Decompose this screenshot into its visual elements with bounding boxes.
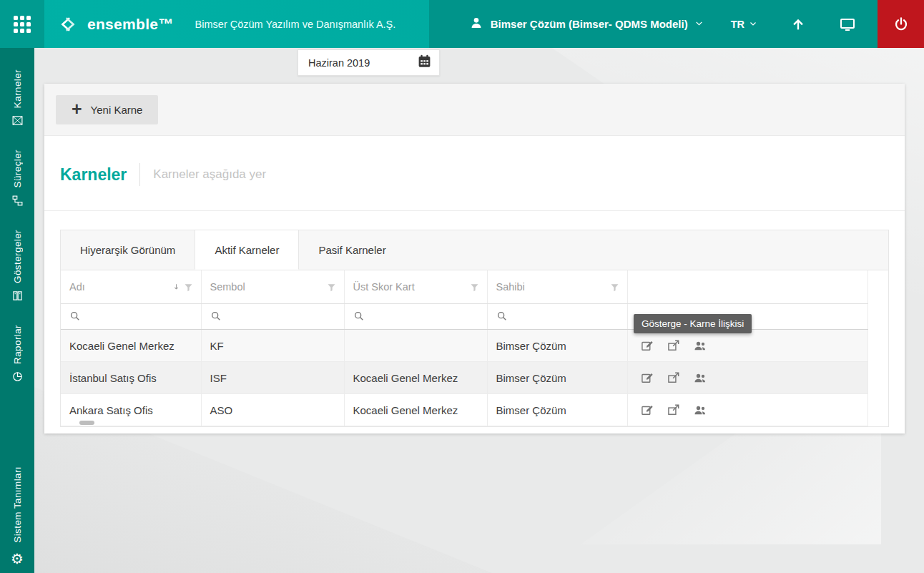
card-toolbar: + Yeni Karne xyxy=(44,84,905,136)
user-icon xyxy=(468,15,484,34)
calendar-icon[interactable] xyxy=(417,54,432,72)
search-icon xyxy=(353,310,365,322)
share-button[interactable] xyxy=(667,338,681,353)
process-icon xyxy=(11,195,24,210)
table-header-row: Adı Sembol xyxy=(61,270,868,304)
cell-sahibi: Bimser Çözüm xyxy=(487,394,627,426)
ensemble-logo-text: ensemble™ xyxy=(87,16,174,33)
display-button[interactable] xyxy=(839,16,856,33)
filter-input-sembol[interactable] xyxy=(227,310,335,322)
table-row[interactable]: Kocaeli Genel Merkez KF Bimser Çözüm xyxy=(61,330,868,362)
content-card: + Yeni Karne Karneler Karneler aşağıda y… xyxy=(44,84,905,434)
share-button[interactable] xyxy=(667,371,681,385)
language-label: TR xyxy=(731,19,744,30)
karneler-panel: Hiyerarşik Görünüm Aktif Karneler Pasif … xyxy=(60,230,889,427)
column-label: Sembol xyxy=(210,281,245,293)
indicators-icon xyxy=(11,290,24,305)
sidebar-item-label: Sistem Tanımları xyxy=(12,466,23,543)
language-menu[interactable]: TR xyxy=(731,18,757,31)
table-row[interactable]: Ankara Satış Ofis ASO Kocaeli Genel Merk… xyxy=(61,394,868,426)
upload-button[interactable] xyxy=(790,16,806,32)
page-subtitle: Karneler aşağıda yer xyxy=(153,167,266,182)
date-picker[interactable]: Haziran 2019 xyxy=(298,49,440,76)
cell-sahibi: Bimser Çözüm xyxy=(487,330,627,362)
filter-funnel-icon[interactable] xyxy=(183,282,194,293)
filter-input-sahibi[interactable] xyxy=(513,310,619,322)
tab-hiyerarsik-gorunum[interactable]: Hiyerarşik Görünüm xyxy=(61,230,195,270)
logout-button[interactable] xyxy=(878,0,924,48)
monitor-icon xyxy=(839,16,856,33)
sidebar-item-label: Raporlar xyxy=(12,325,23,364)
page-heading: Karneler Karneler aşağıda yer xyxy=(44,136,905,186)
chevron-down-icon xyxy=(749,18,757,31)
assign-users-button[interactable] xyxy=(693,403,707,417)
company-name: Bimser Çözüm Yazılım ve Danışmanlık A.Ş. xyxy=(195,19,396,30)
top-header: ensemble™ Bimser Çözüm Yazılım ve Danışm… xyxy=(0,0,924,48)
sidebar: Karneler Süreçler Göstergeler Raporlar S… xyxy=(0,48,34,573)
column-header-ust-skor-kart[interactable]: Üst Skor Kart xyxy=(344,270,487,304)
column-label: Üst Skor Kart xyxy=(353,281,415,293)
assign-users-button[interactable] xyxy=(693,371,707,385)
header-right-section: Bimser Çözüm (Bimser- QDMS Modeli) TR xyxy=(429,0,878,48)
karneler-table: Adı Sembol xyxy=(61,270,868,426)
column-label: Sahibi xyxy=(496,281,525,293)
power-icon xyxy=(893,16,910,33)
new-karne-label: Yeni Karne xyxy=(91,104,143,116)
sidebar-item-surecler[interactable]: Süreçler xyxy=(11,145,24,213)
arrow-up-icon xyxy=(790,16,806,32)
scorecard-icon xyxy=(11,114,24,129)
tab-aktif-karneler[interactable]: Aktif Karneler xyxy=(195,230,299,270)
sidebar-item-raporlar[interactable]: Raporlar xyxy=(11,320,24,390)
table-row[interactable]: İstanbul Satış Ofis ISF Kocaeli Genel Me… xyxy=(61,362,868,394)
sidebar-item-gostergeler[interactable]: Göstergeler xyxy=(11,225,24,309)
cell-sembol: ISF xyxy=(201,362,344,394)
cell-sahibi: Bimser Çözüm xyxy=(487,362,627,394)
page-title: Karneler xyxy=(60,165,127,185)
new-karne-button[interactable]: + Yeni Karne xyxy=(56,95,158,124)
column-header-adi[interactable]: Adı xyxy=(61,270,201,304)
apps-grid-button[interactable] xyxy=(0,0,44,48)
apps-grid-icon xyxy=(14,16,31,33)
cell-sembol: ASO xyxy=(201,394,344,426)
date-picker-value: Haziran 2019 xyxy=(308,57,370,69)
account-label: Bimser Çözüm (Bimser- QDMS Modeli) xyxy=(491,18,688,30)
tooltip: Gösterge - Karne İlişkisi xyxy=(634,314,752,333)
share-button[interactable] xyxy=(667,403,681,417)
tabs-bar: Hiyerarşik Görünüm Aktif Karneler Pasif … xyxy=(61,230,888,270)
filter-funnel-icon[interactable] xyxy=(469,282,480,293)
chevron-down-icon xyxy=(694,18,704,31)
sidebar-item-karneler[interactable]: Karneler xyxy=(11,65,24,134)
filter-funnel-icon[interactable] xyxy=(609,282,620,293)
cell-ust-skor-kart xyxy=(344,330,487,362)
filter-input-ust-skor-kart[interactable] xyxy=(370,310,478,322)
search-icon xyxy=(496,310,508,322)
filter-funnel-icon[interactable] xyxy=(326,282,337,293)
edit-button[interactable] xyxy=(640,338,654,353)
tab-pasif-karneler[interactable]: Pasif Karneler xyxy=(299,230,405,270)
column-label: Adı xyxy=(69,281,85,293)
brand: ensemble™ Bimser Çözüm Yazılım ve Danışm… xyxy=(44,0,429,48)
sidebar-item-label: Karneler xyxy=(12,69,23,108)
sort-desc-icon[interactable] xyxy=(171,282,182,293)
horizontal-scrollbar-thumb[interactable] xyxy=(79,421,94,425)
heading-divider xyxy=(139,163,140,186)
edit-button[interactable] xyxy=(640,403,654,417)
reports-icon xyxy=(11,371,24,386)
account-menu[interactable]: Bimser Çözüm (Bimser- QDMS Modeli) xyxy=(468,15,704,34)
cell-ust-skor-kart: Kocaeli Genel Merkez xyxy=(344,394,487,426)
sidebar-item-sistem-tanimlari[interactable]: Sistem Tanımları xyxy=(12,462,23,547)
cell-adi: Kocaeli Genel Merkez xyxy=(61,330,201,362)
gear-icon[interactable]: ⚙ xyxy=(11,549,24,573)
column-header-actions xyxy=(627,270,868,304)
heading-rule xyxy=(44,210,905,211)
ensemble-logo-icon xyxy=(59,15,77,34)
sidebar-item-label: Süreçler xyxy=(12,150,23,187)
search-icon xyxy=(69,310,81,322)
assign-users-button[interactable] xyxy=(693,338,707,353)
filter-input-adi[interactable] xyxy=(87,310,192,322)
cell-sembol: KF xyxy=(201,330,344,362)
column-header-sembol[interactable]: Sembol xyxy=(201,270,344,304)
search-icon xyxy=(210,310,222,322)
edit-button[interactable] xyxy=(640,371,654,385)
column-header-sahibi[interactable]: Sahibi xyxy=(487,270,627,304)
